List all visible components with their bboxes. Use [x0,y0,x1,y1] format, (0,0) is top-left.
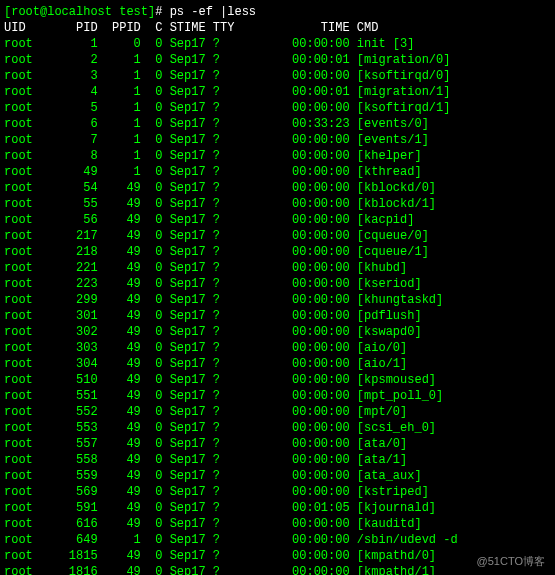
ps-row: root 8 1 0 Sep17 ? 00:00:00 [khelper] [4,148,551,164]
ps-row: root 6 1 0 Sep17 ? 00:33:23 [events/0] [4,116,551,132]
ps-row: root 4 1 0 Sep17 ? 00:00:01 [migration/1… [4,84,551,100]
ps-row: root 2 1 0 Sep17 ? 00:00:01 [migration/0… [4,52,551,68]
ps-row: root 559 49 0 Sep17 ? 00:00:00 [ata_aux] [4,468,551,484]
ps-row: root 303 49 0 Sep17 ? 00:00:00 [aio/0] [4,340,551,356]
ps-row: root 5 1 0 Sep17 ? 00:00:00 [ksoftirqd/1… [4,100,551,116]
ps-row: root 217 49 0 Sep17 ? 00:00:00 [cqueue/0… [4,228,551,244]
ps-row: root 551 49 0 Sep17 ? 00:00:00 [mpt_poll… [4,388,551,404]
ps-row: root 223 49 0 Sep17 ? 00:00:00 [kseriod] [4,276,551,292]
ps-row: root 569 49 0 Sep17 ? 00:00:00 [kstriped… [4,484,551,500]
ps-row: root 510 49 0 Sep17 ? 00:00:00 [kpsmouse… [4,372,551,388]
ps-row: root 49 1 0 Sep17 ? 00:00:00 [kthread] [4,164,551,180]
ps-row: root 299 49 0 Sep17 ? 00:00:00 [khungtas… [4,292,551,308]
watermark: @51CTO博客 [477,554,545,569]
ps-row: root 54 49 0 Sep17 ? 00:00:00 [kblockd/0… [4,180,551,196]
ps-row: root 616 49 0 Sep17 ? 00:00:00 [kauditd] [4,516,551,532]
ps-row: root 56 49 0 Sep17 ? 00:00:00 [kacpid] [4,212,551,228]
ps-row: root 591 49 0 Sep17 ? 00:01:05 [kjournal… [4,500,551,516]
ps-row: root 55 49 0 Sep17 ? 00:00:00 [kblockd/1… [4,196,551,212]
ps-row: root 304 49 0 Sep17 ? 00:00:00 [aio/1] [4,356,551,372]
ps-row: root 1815 49 0 Sep17 ? 00:00:00 [kmpathd… [4,548,551,564]
ps-row: root 1 0 0 Sep17 ? 00:00:00 init [3] [4,36,551,52]
ps-row: root 558 49 0 Sep17 ? 00:00:00 [ata/1] [4,452,551,468]
shell-prompt: [root@localhost test]# ps -ef |less [4,4,551,20]
ps-row: root 1816 49 0 Sep17 ? 00:00:00 [kmpathd… [4,564,551,575]
prompt-command: ps -ef |less [170,5,256,19]
prompt-user-host: [root@localhost test] [4,5,155,19]
ps-row: root 221 49 0 Sep17 ? 00:00:00 [khubd] [4,260,551,276]
ps-row: root 302 49 0 Sep17 ? 00:00:00 [kswapd0] [4,324,551,340]
ps-row: root 553 49 0 Sep17 ? 00:00:00 [scsi_eh_… [4,420,551,436]
ps-rows-container: root 1 0 0 Sep17 ? 00:00:00 init [3]root… [4,36,551,575]
ps-row: root 3 1 0 Sep17 ? 00:00:00 [ksoftirqd/0… [4,68,551,84]
ps-row: root 301 49 0 Sep17 ? 00:00:00 [pdflush] [4,308,551,324]
ps-row: root 7 1 0 Sep17 ? 00:00:00 [events/1] [4,132,551,148]
ps-row: root 557 49 0 Sep17 ? 00:00:00 [ata/0] [4,436,551,452]
ps-row: root 649 1 0 Sep17 ? 00:00:00 /sbin/udev… [4,532,551,548]
ps-row: root 552 49 0 Sep17 ? 00:00:00 [mpt/0] [4,404,551,420]
ps-row: root 218 49 0 Sep17 ? 00:00:00 [cqueue/1… [4,244,551,260]
ps-header-row: UID PID PPID C STIME TTY TIME CMD [4,20,551,36]
